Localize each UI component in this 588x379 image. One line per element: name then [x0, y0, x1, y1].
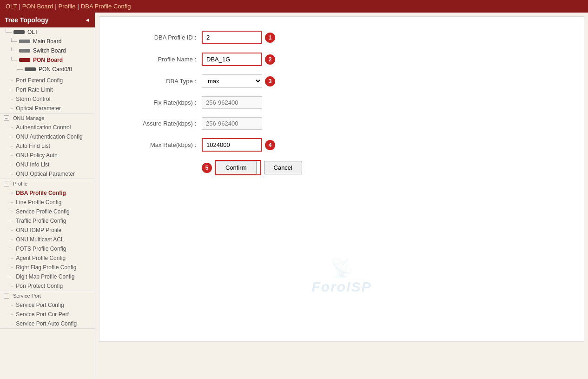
max-rate-input[interactable]: [202, 138, 262, 152]
switch-board-connector: └─: [9, 47, 17, 54]
content-area: DBA Profile ID : 1 Profile Name : 2 DBA …: [95, 13, 588, 379]
section-service-port: − Service Port ··· Service Port Config ·…: [0, 291, 95, 329]
field-row-assure-rate: Assure Rate(kbps) :: [109, 117, 575, 130]
nav-service-port-auto-config[interactable]: ··· Service Port Auto Config: [0, 319, 95, 328]
watermark-text: ForoISP: [311, 279, 371, 295]
button-row: 5 Confirm Cancel: [202, 160, 575, 175]
olt-label: OLT: [27, 29, 38, 35]
colon3: :: [194, 78, 196, 85]
field-row-profile-name: Profile Name : 2: [109, 53, 575, 66]
nav-port-rate-limit[interactable]: ··· Port Rate Limit: [0, 85, 95, 94]
nav-auth-control[interactable]: ··· Authentication Control: [0, 123, 95, 132]
olt-icon: [13, 30, 25, 34]
tree-item-switch-board[interactable]: └─ Switch Board: [0, 46, 95, 55]
nav-onu-info-list[interactable]: ··· ONU Info List: [0, 160, 95, 169]
pon-board-icon: [19, 58, 30, 62]
badge-1: 1: [265, 33, 275, 43]
switch-board-label: Switch Board: [33, 47, 66, 54]
sidebar-toggle-icon[interactable]: ◄: [85, 17, 90, 23]
profile-name-input[interactable]: [202, 53, 262, 66]
confirm-button-wrapper: Confirm: [215, 160, 261, 175]
field-row-max-rate: Max Rate(kbps) : 4: [109, 138, 575, 152]
sidebar-header[interactable]: Tree Topology ◄: [0, 13, 95, 27]
profile-name-label: Profile Name :: [109, 56, 202, 63]
nav-storm-control[interactable]: ··· Storm Control: [0, 94, 95, 104]
breadcrumb-profile[interactable]: Profile: [59, 3, 76, 10]
sidebar: Tree Topology ◄ └─ OLT └─ Main Board └─ …: [0, 13, 95, 379]
nav-onu-igmp-profile[interactable]: ··· ONU IGMP Profile: [0, 226, 95, 235]
main-board-label: Main Board: [33, 38, 61, 45]
badge-2: 2: [265, 54, 275, 65]
max-rate-label: Max Rate(kbps) :: [109, 141, 202, 148]
assure-rate-input[interactable]: [202, 117, 262, 130]
breadcrumb-pon-board[interactable]: PON Board: [22, 3, 53, 10]
dba-type-select[interactable]: max fix assure max+fix assure+max: [202, 74, 262, 88]
breadcrumb-dba-config[interactable]: DBA Profile Config: [81, 3, 131, 10]
nav-service-port-cur-perf[interactable]: ··· Service Port Cur Perf: [0, 310, 95, 319]
confirm-button[interactable]: Confirm: [216, 161, 257, 174]
nav-agent-profile-config[interactable]: ··· Agent Profile Config: [0, 253, 95, 263]
colon4: :: [194, 99, 196, 106]
nav-onu-optical-parameter[interactable]: ··· ONU Optical Parameter: [0, 169, 95, 179]
section-port: ··· Port Extend Config ··· Port Rate Lim…: [0, 74, 95, 113]
tree-root: └─ OLT └─ Main Board └─ Switch Board └─ …: [0, 27, 95, 74]
tree-item-pon-card[interactable]: └─ PON Card0/0: [0, 65, 95, 74]
watermark: 📡 ForoISP: [311, 257, 371, 295]
tree-item-pon-board[interactable]: └─ PON Board: [0, 55, 95, 65]
nav-dba-profile-config[interactable]: ··· DBA Profile Config: [0, 188, 95, 198]
nav-auto-find-list[interactable]: ··· Auto Find List: [0, 141, 95, 151]
pon-card-icon: [25, 67, 36, 71]
watermark-icon: 📡: [311, 257, 371, 279]
dba-colon1: :: [194, 34, 196, 41]
onu-manage-collapse-icon[interactable]: −: [4, 115, 9, 121]
fix-rate-label: Fix Rate(kbps) :: [109, 99, 202, 106]
field-row-dba-profile-id: DBA Profile ID : 1: [109, 31, 575, 44]
main-board-icon: [19, 40, 30, 43]
sep3: |: [77, 3, 79, 10]
colon6: :: [194, 141, 196, 148]
nav-digit-map-profile-config[interactable]: ··· Digit Map Profile Config: [0, 272, 95, 281]
tree-item-main-board[interactable]: └─ Main Board: [0, 37, 95, 46]
profile-collapse-icon[interactable]: −: [4, 181, 9, 186]
main-board-connector: └─: [9, 38, 17, 45]
nav-pots-profile-config[interactable]: ··· POTS Profile Config: [0, 244, 95, 253]
main-layout: Tree Topology ◄ └─ OLT └─ Main Board └─ …: [0, 13, 588, 379]
nav-optical-parameter[interactable]: ··· Optical Parameter: [0, 104, 95, 113]
nav-right-flag-profile-config[interactable]: ··· Right Flag Profile Config: [0, 263, 95, 272]
field-row-fix-rate: Fix Rate(kbps) :: [109, 96, 575, 109]
pon-board-connector: └─: [9, 57, 17, 63]
section-profile-header: − Profile: [0, 179, 95, 188]
nav-traffic-profile-config[interactable]: ··· Traffic Profile Config: [0, 216, 95, 226]
pon-card-connector: └─: [15, 66, 23, 73]
assure-rate-label: Assure Rate(kbps) :: [109, 120, 202, 127]
section-profile: − Profile ··· DBA Profile Config ··· Lin…: [0, 179, 95, 291]
form-panel: DBA Profile ID : 1 Profile Name : 2 DBA …: [99, 16, 584, 342]
sep1: |: [19, 3, 20, 10]
section-onu-manage-header: − ONU Manage: [0, 113, 95, 123]
nav-onu-policy-auth[interactable]: ··· ONU Policy Auth: [0, 151, 95, 160]
dba-type-label: DBA Type :: [109, 78, 202, 85]
pon-board-label: PON Board: [33, 57, 63, 63]
field-row-dba-type: DBA Type : max fix assure max+fix assure…: [109, 74, 575, 88]
dba-profile-id-input[interactable]: [202, 31, 262, 44]
nav-line-profile-config[interactable]: ··· Line Profile Config: [0, 198, 95, 207]
dba-profile-id-label: DBA Profile ID :: [109, 34, 202, 41]
olt-connector: └─: [4, 29, 12, 35]
nav-service-profile-config[interactable]: ··· Service Profile Config: [0, 207, 95, 216]
nav-onu-multicast-acl[interactable]: ··· ONU Multicast ACL: [0, 235, 95, 244]
sep2: |: [55, 3, 56, 10]
service-port-collapse-icon[interactable]: −: [4, 293, 9, 299]
nav-port-extend-config[interactable]: ··· Port Extend Config: [0, 76, 95, 85]
cancel-button[interactable]: Cancel: [264, 161, 302, 174]
nav-service-port-config[interactable]: ··· Service Port Config: [0, 300, 95, 310]
badge-4: 4: [265, 140, 275, 150]
tree-item-olt[interactable]: └─ OLT: [0, 27, 95, 37]
breadcrumb-olt[interactable]: OLT: [6, 3, 17, 10]
colon2: :: [194, 56, 196, 63]
section-service-port-header: − Service Port: [0, 291, 95, 300]
badge-3: 3: [265, 76, 275, 86]
nav-pon-protect-config[interactable]: ··· Pon Protect Config: [0, 281, 95, 291]
nav-onu-auth-config[interactable]: ··· ONU Authentication Config: [0, 132, 95, 141]
fix-rate-input[interactable]: [202, 96, 262, 109]
breadcrumb: OLT | PON Board | Profile | DBA Profile …: [0, 0, 588, 13]
